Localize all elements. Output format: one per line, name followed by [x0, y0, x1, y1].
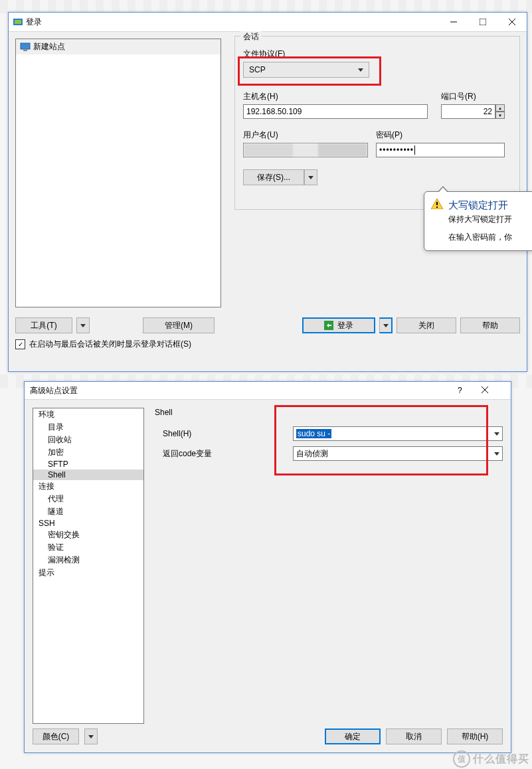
settings-tree[interactable]: 环境 目录 回收站 加密 SFTP Shell 连接 代理 隧道 SSH 密钥交… [33, 408, 144, 724]
svg-rect-10 [436, 207, 438, 208]
advanced-titlebar: 高级站点设置 ? [25, 382, 511, 400]
chevron-down-icon [308, 176, 313, 179]
svg-rect-6 [21, 43, 30, 49]
protocol-label: 文件协议(F) [243, 48, 285, 60]
username-value-obscured [244, 143, 367, 157]
tree-kex[interactable]: 密钥交换 [33, 529, 143, 541]
help-button[interactable]: 帮助 [460, 317, 520, 333]
login-icon [324, 321, 333, 330]
tree-shell[interactable]: Shell [33, 470, 143, 480]
chevron-down-icon [80, 324, 86, 327]
host-label: 主机名(H) [243, 91, 278, 102]
port-input[interactable]: 22 ▲ ▼ [441, 104, 505, 119]
checkbox-icon[interactable]: ✓ [15, 339, 25, 349]
color-button[interactable]: 颜色(C) [33, 728, 79, 744]
tree-dir[interactable]: 目录 [33, 421, 143, 434]
host-input[interactable]: 192.168.50.109 [243, 104, 428, 119]
advanced-dialog: 高级站点设置 ? 环境 目录 回收站 加密 SFTP Shell 连接 代理 隧… [24, 381, 511, 753]
password-input[interactable]: •••••••••• [376, 143, 505, 157]
tree-hint[interactable]: 提示 [33, 566, 143, 579]
capslock-callout: 大写锁定打开 保持大写锁定打开 在输入密码前，你 [424, 191, 532, 251]
chevron-down-icon [494, 452, 499, 456]
warning-icon [431, 199, 443, 209]
chevron-down-icon [494, 432, 499, 436]
shell-group-label: Shell [155, 408, 503, 417]
svg-rect-3 [480, 19, 486, 25]
tree-auth[interactable]: 验证 [33, 541, 143, 554]
return-combo[interactable]: 自动侦测 [293, 446, 503, 461]
capslock-line1: 保持大写锁定打开 [448, 213, 532, 226]
tree-recycle[interactable]: 回收站 [33, 434, 143, 446]
capslock-line2: 在输入密码前，你 [448, 231, 532, 244]
password-label: 密码(P) [376, 129, 402, 141]
startup-checkbox-row[interactable]: ✓ 在启动与最后会话被关闭时显示登录对话框(S) [15, 339, 191, 350]
chevron-down-icon [358, 68, 363, 72]
session-group-label: 会话 [240, 31, 262, 43]
tree-proxy[interactable]: 代理 [33, 493, 143, 505]
watermark: 值 什么值得买 [453, 750, 529, 768]
tree-ssh[interactable]: SSH [33, 518, 143, 529]
chevron-down-icon [383, 324, 389, 327]
site-item-new[interactable]: 新建站点 [16, 39, 221, 54]
maximize-button[interactable] [468, 13, 497, 31]
watermark-icon: 值 [453, 750, 470, 768]
svg-rect-7 [23, 50, 27, 51]
site-tree[interactable]: 新建站点 [15, 39, 221, 307]
advanced-title: 高级站点设置 [30, 385, 458, 396]
login-button[interactable]: 登录 [302, 317, 375, 333]
shell-row: Shell(H) sudo su - [155, 426, 503, 441]
return-label: 返回code变量 [155, 448, 293, 460]
close-window-button[interactable]: 关闭 [397, 317, 456, 333]
help-icon-button[interactable]: ? [458, 386, 482, 395]
cancel-button[interactable]: 取消 [386, 728, 442, 744]
background-toolbar [0, 0, 532, 13]
shell-combo[interactable]: sudo su - [293, 426, 503, 441]
tree-sftp[interactable]: SFTP [33, 459, 143, 470]
chevron-down-icon [88, 735, 94, 738]
username-label: 用户名(U) [243, 129, 278, 141]
tree-tunnel[interactable]: 隧道 [33, 505, 143, 518]
spin-up-icon[interactable]: ▲ [495, 104, 505, 112]
help-button[interactable]: 帮助(H) [447, 728, 503, 744]
monitor-icon [20, 43, 31, 52]
return-row: 返回code变量 自动侦测 [155, 446, 503, 461]
ok-button[interactable]: 确定 [325, 728, 381, 744]
capslock-title: 大写锁定打开 [448, 197, 532, 213]
shell-panel: Shell Shell(H) sudo su - 返回code变量 自动侦测 [155, 408, 503, 461]
tree-conn[interactable]: 连接 [33, 480, 143, 493]
minimize-button[interactable] [439, 13, 468, 31]
login-titlebar: 登录 [9, 13, 527, 32]
shell-label: Shell(H) [155, 429, 293, 438]
login-title: 登录 [26, 17, 42, 28]
username-input[interactable] [243, 143, 368, 157]
app-icon [13, 17, 23, 27]
tree-env[interactable]: 环境 [33, 408, 143, 421]
text-cursor [414, 145, 415, 155]
port-label: 端口号(R) [441, 91, 476, 102]
svg-rect-9 [436, 202, 438, 205]
login-dropdown[interactable] [379, 317, 393, 333]
session-group: 会话 文件协议(F) SCP 主机名(H) 192.168.50.109 端口号… [234, 36, 520, 210]
watermark-text: 什么值得买 [473, 752, 529, 766]
close-button[interactable] [497, 13, 527, 31]
protocol-combo[interactable]: SCP [243, 62, 369, 78]
tools-dropdown[interactable] [76, 317, 90, 333]
save-splitbutton[interactable]: 保存(S)... [243, 169, 317, 185]
tools-button[interactable]: 工具(T) [15, 317, 72, 333]
startup-checkbox-label: 在启动与最后会话被关闭时显示登录对话框(S) [29, 339, 191, 350]
manage-button[interactable]: 管理(M) [143, 317, 215, 333]
close-button[interactable] [482, 386, 511, 395]
tree-vuln[interactable]: 漏洞检测 [33, 554, 143, 566]
site-item-label: 新建站点 [33, 41, 65, 52]
spin-down-icon[interactable]: ▼ [495, 112, 505, 119]
svg-rect-1 [15, 20, 21, 24]
tree-encrypt[interactable]: 加密 [33, 446, 143, 459]
color-dropdown[interactable] [84, 728, 98, 744]
